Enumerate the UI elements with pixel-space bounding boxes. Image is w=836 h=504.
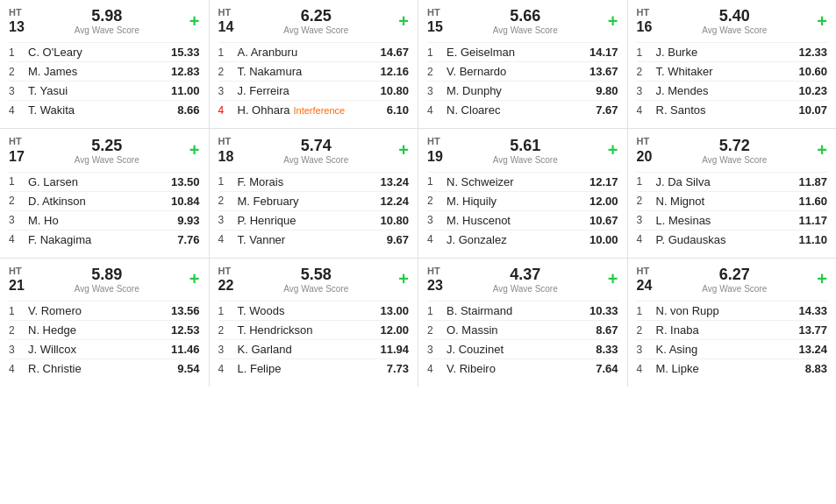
surfer-row: 3M. Ho9.93	[9, 210, 200, 230]
surfer-score: 13.24	[374, 175, 409, 188]
heat-add-button[interactable]: +	[189, 140, 200, 160]
surfer-row: 1N. von Rupp14.33	[637, 301, 828, 320]
heat-ht-text: HT	[218, 7, 234, 18]
heat-add-button[interactable]: +	[189, 269, 200, 289]
surfer-name: F. Nakagima	[28, 233, 165, 246]
surfer-name: T. Wakita	[28, 103, 165, 117]
surfer-score: 11.94	[374, 343, 409, 356]
heats-grid: HT135.98Avg Wave Score+1C. O'Leary15.332…	[0, 0, 836, 387]
surfer-score: 13.24	[792, 343, 827, 356]
surfer-score: 14.33	[792, 304, 827, 317]
heat-number: 13	[9, 18, 25, 35]
surfer-rank: 3	[637, 85, 651, 97]
surfer-rank: 1	[637, 175, 651, 188]
heat-add-button[interactable]: +	[608, 11, 618, 32]
surfer-rank: 1	[9, 46, 23, 59]
heat-block-14: HT146.25Avg Wave Score+1A. Aranburu14.67…	[210, 0, 418, 128]
heat-number: 22	[218, 277, 234, 294]
heat-avg-score: 4.37	[510, 266, 540, 284]
surfer-row: 4R. Santos10.07	[637, 100, 828, 119]
surfer-rank: 4	[9, 233, 23, 245]
surfer-rank: 4	[637, 363, 651, 375]
heat-add-button[interactable]: +	[817, 269, 827, 289]
heat-add-button[interactable]: +	[817, 140, 827, 160]
heat-add-button[interactable]: +	[398, 140, 409, 160]
heat-add-button[interactable]: +	[608, 140, 618, 160]
heat-block-17: HT175.25Avg Wave Score+1G. Larsen13.502D…	[0, 129, 209, 257]
surfer-score: 12.00	[374, 323, 409, 337]
surfer-name: J. Da Silva	[656, 175, 793, 188]
heat-avg-block: 5.66Avg Wave Score	[448, 7, 603, 35]
surfer-row: 3J. Couzinet8.33	[427, 339, 618, 358]
surfer-row: 2R. Inaba13.77	[637, 320, 828, 339]
heat-avg-label: Avg Wave Score	[702, 155, 767, 165]
surfer-rank: 2	[427, 324, 441, 337]
surfer-rank: 4	[9, 363, 23, 375]
surfer-rank: 4	[637, 233, 651, 245]
surfer-name: B. Stairmand	[447, 304, 583, 317]
surfer-row: 3M. Huscenot10.67	[427, 210, 618, 230]
surfer-rank: 2	[427, 195, 441, 207]
surfer-name: N. Cloarec	[447, 103, 583, 117]
heat-number: 20	[637, 148, 653, 165]
surfer-score: 9.54	[165, 362, 200, 375]
surfer-score: 10.07	[792, 103, 827, 117]
heat-add-button[interactable]: +	[608, 269, 618, 289]
heat-header-22: HT225.58Avg Wave Score+	[218, 266, 410, 294]
heat-label: HT17	[9, 136, 25, 164]
heat-add-button[interactable]: +	[398, 11, 409, 32]
heat-add-button[interactable]: +	[817, 11, 827, 32]
heat-block-18: HT185.74Avg Wave Score+1F. Morais13.242M…	[210, 129, 418, 257]
heat-label: HT20	[637, 136, 653, 164]
surfer-name: J. Gonzalez	[447, 233, 583, 246]
surfer-score: 10.33	[583, 304, 618, 317]
surfer-score: 12.33	[792, 46, 827, 59]
surfer-row: 1V. Romero13.56	[9, 301, 200, 320]
surfer-row: 3L. Mesinas11.17	[637, 210, 828, 230]
surfer-rank: 2	[218, 195, 232, 207]
surfer-score: 7.67	[583, 103, 618, 117]
surfer-name: T. Hendrickson	[238, 323, 375, 337]
surfer-row: 3J. Ferreira10.80	[218, 81, 410, 100]
surfer-name: N. Schweizer	[447, 175, 583, 188]
surfer-rank: 2	[9, 324, 23, 337]
heat-number: 14	[218, 18, 234, 35]
heat-avg-label: Avg Wave Score	[75, 284, 139, 294]
surfer-name: K. Asing	[656, 343, 793, 356]
heat-ht-text: HT	[637, 7, 653, 18]
heat-avg-block: 6.25Avg Wave Score	[239, 7, 393, 35]
heat-header-20: HT205.72Avg Wave Score+	[637, 136, 828, 164]
surfer-row: 1T. Woods13.00	[218, 301, 410, 320]
surfer-rank: 2	[637, 324, 651, 337]
surfer-score: 7.64	[583, 362, 618, 375]
surfer-score: 11.46	[165, 343, 200, 356]
surfer-row: 4M. Lipke8.83	[637, 358, 828, 378]
surfer-score: 10.80	[374, 84, 409, 97]
surfer-row: 2T. Whitaker10.60	[637, 61, 828, 81]
heat-add-button[interactable]: +	[398, 269, 409, 289]
surfer-rank: 3	[637, 344, 651, 356]
heat-avg-score: 5.72	[719, 137, 750, 155]
surfer-rank: 4	[427, 363, 441, 375]
surfer-name: M. February	[238, 195, 375, 208]
surfer-row: 1F. Morais13.24	[218, 172, 410, 191]
surfer-rank: 3	[9, 214, 23, 226]
surfer-row: 2T. Nakamura12.16	[218, 61, 410, 81]
surfer-score: 11.17	[792, 214, 827, 227]
surfer-rank: 1	[427, 175, 441, 188]
surfer-score: 9.67	[374, 233, 409, 246]
surfer-score: 10.00	[583, 233, 618, 246]
heat-number: 24	[637, 277, 653, 294]
heat-avg-label: Avg Wave Score	[283, 284, 348, 294]
heat-add-button[interactable]: +	[189, 11, 200, 32]
interference-label: Interference	[293, 105, 345, 116]
surfer-name: R. Santos	[656, 103, 793, 117]
surfer-rank: 3	[9, 344, 23, 356]
surfer-score: 7.73	[374, 362, 409, 375]
heat-avg-label: Avg Wave Score	[283, 155, 348, 165]
heat-block-15: HT155.66Avg Wave Score+1E. Geiselman14.1…	[418, 0, 627, 128]
heat-header-18: HT185.74Avg Wave Score+	[218, 136, 410, 164]
surfer-rank: 1	[9, 175, 23, 188]
heat-ht-text: HT	[637, 136, 653, 147]
heat-block-16: HT165.40Avg Wave Score+1J. Burke12.332T.…	[628, 0, 837, 128]
